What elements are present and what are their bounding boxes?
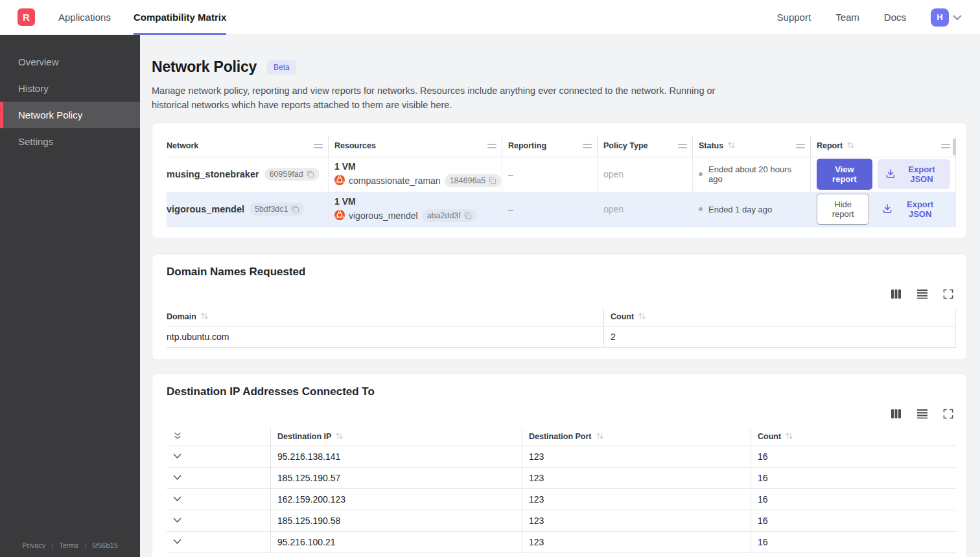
destination-port-cell: 123 [522, 468, 751, 488]
vm-icon [334, 175, 345, 187]
vm-id-badge: aba2dd3f [422, 209, 477, 222]
column-header-destination-port[interactable]: Destination Port [522, 428, 751, 446]
columns-view-icon[interactable] [891, 289, 902, 299]
column-header-report[interactable]: Report [811, 135, 956, 157]
report-cell: View report Export JSON [811, 157, 956, 192]
table-toolbar [167, 289, 953, 299]
table-row: 95.216.100.21 123 16 [167, 532, 956, 553]
link-docs[interactable]: Docs [884, 12, 906, 23]
sidebar-item-network-policy[interactable]: Network Policy [0, 102, 140, 128]
avatar[interactable]: H [931, 8, 949, 27]
network-cell: musing_stonebraker 60959fad [167, 157, 329, 192]
top-navigation-bar: R Applications Compatibility Matrix Supp… [0, 0, 980, 35]
column-resize-handle-icon[interactable] [678, 142, 687, 150]
copy-icon[interactable] [464, 212, 472, 220]
status-cell: Ended about 20 hours ago [693, 157, 811, 192]
app-logo[interactable]: R [18, 8, 35, 26]
footer-divider: | [84, 541, 86, 549]
vm-name: compassionate_raman [349, 176, 441, 186]
expand-row-chevron-icon[interactable] [173, 453, 181, 459]
copy-icon[interactable] [489, 177, 496, 185]
user-menu[interactable]: H [931, 8, 962, 27]
vm-count: 1 VM [334, 161, 502, 172]
column-resize-handle-icon[interactable] [941, 142, 950, 150]
column-header-count[interactable]: Count [751, 428, 956, 446]
column-header-domain[interactable]: Domain [167, 308, 604, 326]
column-header-resources: Resources [329, 135, 502, 157]
export-json-button[interactable]: Export JSON [878, 159, 950, 189]
column-resize-handle-icon[interactable] [487, 142, 496, 150]
link-support[interactable]: Support [777, 12, 811, 23]
column-header-status[interactable]: Status [693, 135, 811, 157]
table-toolbar [167, 409, 953, 419]
columns-view-icon[interactable] [891, 409, 902, 419]
sort-arrows-icon[interactable] [638, 312, 646, 322]
destination-ip-cell: 185.125.190.58 [271, 510, 522, 531]
expand-row-chevron-icon[interactable] [173, 475, 181, 481]
expand-row-chevron-icon[interactable] [173, 539, 181, 545]
sort-arrows-icon[interactable] [200, 312, 209, 322]
sidebar-item-settings[interactable]: Settings [0, 128, 140, 155]
rows-view-icon[interactable] [916, 409, 928, 419]
policy-type-cell: open [598, 192, 693, 227]
view-report-button[interactable]: View report [817, 159, 872, 190]
network-id-badge: 5bdf3dc1 [250, 203, 304, 216]
expand-row-chevron-icon[interactable] [173, 517, 181, 523]
tab-compatibility-matrix[interactable]: Compatibility Matrix [134, 0, 226, 34]
column-header-destination-ip[interactable]: Destination IP [271, 428, 522, 446]
sort-arrows-icon[interactable] [727, 141, 736, 151]
fullscreen-icon[interactable] [943, 409, 953, 419]
networks-table-body: musing_stonebraker 60959fad 1 VM [167, 157, 956, 227]
report-cell: Hide report Export JSON [811, 192, 956, 227]
destination-ip-cell: 162.159.200.123 [271, 489, 522, 510]
destination-port-cell: 123 [522, 510, 751, 531]
network-table-row[interactable]: musing_stonebraker 60959fad 1 VM [167, 157, 956, 192]
sort-arrows-icon[interactable] [335, 432, 344, 442]
column-header-network: Network [167, 135, 329, 157]
column-resize-handle-icon[interactable] [314, 142, 323, 150]
double-chevron-down-icon[interactable] [173, 431, 182, 442]
sort-arrows-icon[interactable] [846, 141, 855, 151]
rows-view-icon[interactable] [916, 289, 928, 299]
table-row: 185.125.190.57 123 16 [167, 468, 956, 489]
tab-applications[interactable]: Applications [58, 0, 111, 34]
export-json-button[interactable]: Export JSON [874, 194, 950, 224]
hide-report-button[interactable]: Hide report [817, 194, 869, 225]
expand-row-chevron-icon[interactable] [173, 496, 181, 502]
download-icon [885, 168, 896, 181]
privacy-link[interactable]: Privacy [22, 541, 45, 549]
status-dot [699, 172, 703, 176]
network-table-row[interactable]: vigorous_mendel 5bdf3dc1 1 VM [167, 192, 956, 227]
terms-link[interactable]: Terms [59, 541, 78, 549]
networks-table-card: Network Resources Reporting Policy Type … [152, 122, 967, 238]
top-tabs: Applications Compatibility Matrix [58, 0, 249, 34]
sidebar-item-history[interactable]: History [0, 75, 140, 102]
column-header-count[interactable]: Count [604, 308, 956, 326]
footer-divider: | [51, 541, 53, 549]
sidebar-item-overview[interactable]: Overview [0, 49, 140, 75]
reporting-cell: – [502, 157, 598, 192]
card-title: Destination IP Addresses Connected To [167, 385, 956, 398]
vm-name: vigorous_mendel [349, 210, 418, 221]
table-scrollbar[interactable] [953, 139, 956, 155]
fullscreen-icon[interactable] [943, 289, 953, 299]
domain-names-card: Domain Names Requested Domain Count [152, 253, 967, 360]
topbar-right: Support Team Docs H [777, 8, 962, 27]
count-cell: 16 [751, 510, 956, 531]
destination-port-cell: 123 [522, 532, 751, 552]
copy-icon[interactable] [292, 205, 299, 213]
copy-icon[interactable] [307, 170, 314, 178]
networks-table-header: Network Resources Reporting Policy Type … [167, 135, 956, 157]
column-resize-handle-icon[interactable] [796, 142, 805, 150]
sort-arrows-icon[interactable] [596, 432, 604, 442]
sidebar: Overview History Network Policy Settings… [0, 35, 140, 557]
page-title: Network Policy [152, 58, 257, 76]
sort-arrows-icon[interactable] [785, 432, 793, 442]
table-row: 162.159.200.123 123 16 [167, 489, 956, 510]
column-resize-handle-icon[interactable] [583, 142, 592, 150]
expand-all-header-cell[interactable] [167, 428, 271, 446]
status-cell: Ended 1 day ago [693, 192, 811, 227]
link-team[interactable]: Team [835, 12, 859, 23]
main-content: Network Policy Beta Manage network polic… [140, 0, 980, 557]
beta-badge: Beta [267, 60, 296, 74]
